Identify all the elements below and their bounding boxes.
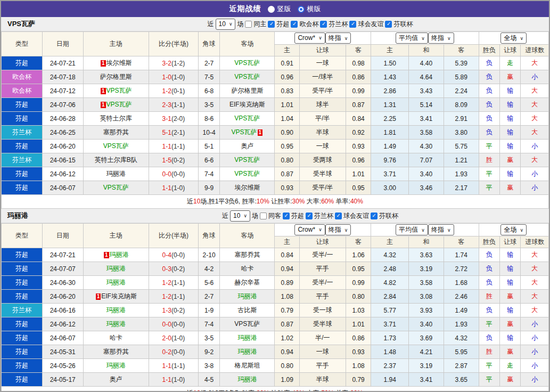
fulltime-score: 1-1 xyxy=(162,362,171,370)
fulltime-score: 0-3 xyxy=(162,265,171,273)
result-handicap-cell: 输 xyxy=(499,276,520,290)
handicap-cell: 一球 xyxy=(299,345,346,359)
avg-home-cell: 1.73 xyxy=(371,331,409,345)
result-wdl-cell: 负 xyxy=(479,98,499,112)
fulltime-score: 1-2 xyxy=(162,293,171,300)
avg-draw-cell: 3.46 xyxy=(409,181,444,195)
fulltime-score: 0-0 xyxy=(162,170,171,178)
select-value: 平均值 xyxy=(399,225,418,234)
view-option-vertical[interactable]: 竖版 xyxy=(268,4,291,14)
avg-stage-select[interactable]: 终指∨ xyxy=(428,32,454,44)
handicap-cell: 受平/半 xyxy=(299,84,346,98)
corner-cell: 8-6 xyxy=(198,112,219,126)
league-cell: 芬超 xyxy=(2,112,43,126)
same-away-checkbox[interactable] xyxy=(260,213,267,219)
team-name: 玛丽港 xyxy=(106,170,126,177)
score-cell: 2-0(1-0) xyxy=(149,331,198,345)
same-home-checkbox[interactable] xyxy=(245,21,252,28)
col-header-away: 客场 xyxy=(220,32,275,56)
avg-source-select[interactable]: 平均值∨ xyxy=(396,224,428,235)
league-checkbox[interactable] xyxy=(320,21,327,28)
score-cell: 1-0(1-0) xyxy=(149,70,198,84)
corner-cell: 3-5 xyxy=(198,98,219,112)
league-checkbox[interactable] xyxy=(291,21,298,28)
league-checkbox-label: 欧会杯 xyxy=(299,20,318,29)
avg-stage-select[interactable]: 终指∨ xyxy=(428,224,454,235)
score-cell: 5-1(2-1) xyxy=(149,126,198,140)
banner: 近期战绩 竖版 横版 xyxy=(1,1,549,17)
fulltime-score: 2-0 xyxy=(162,334,171,342)
away-team-cell: 古比斯 xyxy=(220,304,275,317)
odds-source-select[interactable]: Crow*∨ xyxy=(294,32,325,44)
halftime-score: (2-1) xyxy=(171,129,185,136)
summary-text: 大率: xyxy=(305,389,322,392)
avg-away-cell: 1.68 xyxy=(444,276,479,290)
avg-draw-cell: 4.64 xyxy=(409,70,444,84)
result-goals-cell: 大 xyxy=(521,98,549,112)
col-header-home: 主场 xyxy=(83,32,149,56)
view-option-horizontal[interactable]: 横版 xyxy=(298,4,321,14)
fulltime-score: 1-3 xyxy=(162,307,171,314)
odds-stage-select[interactable]: 终指∨ xyxy=(325,32,351,44)
avg-home-cell: 2.48 xyxy=(371,262,409,276)
corner-cell: 2-7 xyxy=(198,290,219,304)
halftime-score: (1-1) xyxy=(171,279,185,287)
result-goals-cell: 小 xyxy=(521,70,549,84)
col-header-avg-away: 客 xyxy=(444,45,479,56)
near-count-select[interactable]: 10∨ xyxy=(216,19,236,30)
section-mariehamn: 玛丽港 近10∨场同客芬超芬兰杯球会友谊芬联杯 类型日期主场比分(半场)角球客场… xyxy=(1,209,549,392)
match-filter: 近10∨场同客芬超芬兰杯球会友谊芬联杯 xyxy=(71,210,549,222)
result-handicap-cell: 赢 xyxy=(499,70,520,84)
league-checkbox[interactable] xyxy=(306,213,313,219)
odds-source-select[interactable]: Crow*∨ xyxy=(294,224,325,235)
team-name: VPS瓦萨 xyxy=(234,156,260,164)
league-checkbox[interactable] xyxy=(349,21,356,28)
league-checkbox[interactable] xyxy=(268,21,275,28)
summary-text: 40% xyxy=(350,198,363,205)
avg-away-cell: 2.46 xyxy=(444,290,479,304)
odds-stage-select[interactable]: 终指∨ xyxy=(325,224,351,235)
league-checkbox[interactable] xyxy=(385,21,392,28)
handicap-cell: 受两球 xyxy=(299,153,346,167)
league-checkbox-label: 芬联杯 xyxy=(393,20,413,29)
near-count-select[interactable]: 10∨ xyxy=(230,210,250,222)
chevron-down-icon: ∨ xyxy=(229,21,233,27)
summary-text: 单率: xyxy=(334,389,350,392)
result-goals-cell: 大 xyxy=(521,262,549,276)
scope-select[interactable]: 全场∨ xyxy=(500,32,527,44)
team-name: 玛丽港 xyxy=(106,306,126,314)
result-wdl-cell: 负 xyxy=(479,304,499,317)
corner-cell: 4-5 xyxy=(198,373,219,387)
date-cell: 24-07-06 xyxy=(42,98,83,112)
result-handicap-cell: 输 xyxy=(499,112,520,126)
away-team-cell: 玛丽港 xyxy=(220,331,275,345)
result-handicap-cell: 输 xyxy=(499,98,520,112)
odds-away-cell: 1.03 xyxy=(346,304,371,317)
team-name: 玛丽港 xyxy=(106,279,126,286)
avg-source-select[interactable]: 平均值∨ xyxy=(396,32,428,44)
scope-select[interactable]: 全场∨ xyxy=(500,224,527,235)
home-team-cell: 英特土尔库 xyxy=(83,112,149,126)
same-venue-label: 同主 xyxy=(253,20,266,29)
away-team-cell: 萨尔格里斯 xyxy=(220,84,275,98)
league-checkbox[interactable] xyxy=(283,213,290,219)
result-handicap-cell: 赢 xyxy=(499,181,520,195)
halftime-score: (0-0) xyxy=(171,251,185,259)
avg-away-cell: 5.75 xyxy=(444,140,479,153)
league-checkbox[interactable] xyxy=(335,213,342,219)
result-handicap-cell: 输 xyxy=(499,331,520,345)
col-header-odds-home: 主 xyxy=(275,236,299,248)
summary-text: 50% xyxy=(321,389,334,392)
handicap-cell: 一球 xyxy=(299,56,346,70)
select-value: Crow* xyxy=(298,226,315,233)
odds-home-cell: 0.94 xyxy=(275,345,299,359)
date-cell: 24-06-07 xyxy=(42,181,83,195)
corner-cell: 9-9 xyxy=(198,181,219,195)
team-name: 奥卢 xyxy=(241,142,253,150)
date-cell: 24-06-20 xyxy=(42,290,83,304)
result-goals-cell: 大 xyxy=(521,304,549,317)
halftime-score: (1-2) xyxy=(171,60,185,67)
league-checkbox[interactable] xyxy=(371,213,377,219)
halftime-score: (1-1) xyxy=(171,293,185,300)
chevron-down-icon: ∨ xyxy=(318,35,322,40)
